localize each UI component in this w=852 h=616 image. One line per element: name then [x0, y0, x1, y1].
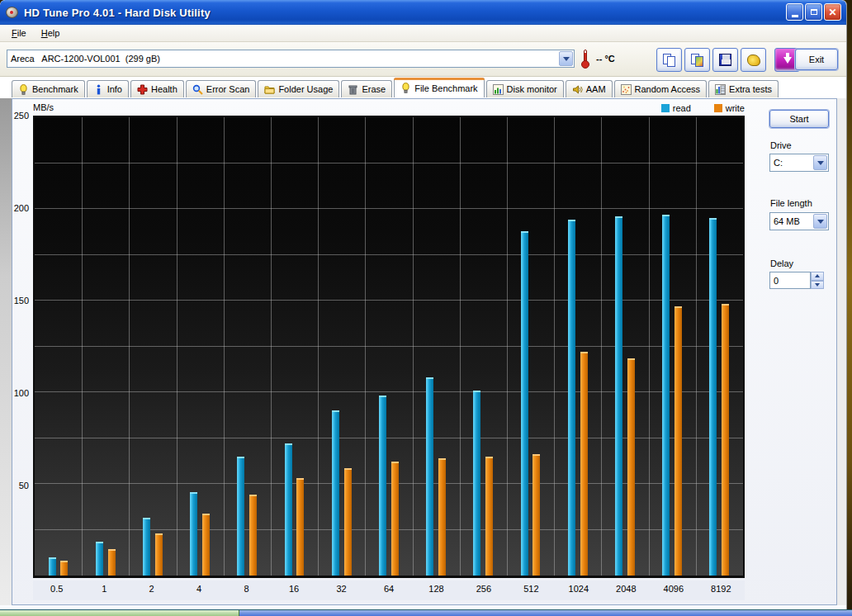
tab-label: Benchmark — [32, 84, 78, 94]
tab-health[interactable]: Health — [130, 80, 184, 97]
tab-erase[interactable]: Erase — [341, 80, 392, 97]
save-icon — [719, 54, 731, 66]
exit-label: Exit — [809, 54, 824, 64]
delay-decrement-button[interactable] — [811, 281, 824, 290]
read-swatch-icon — [661, 104, 670, 112]
file-length-select-value: 64 MB — [770, 216, 813, 226]
gridline-horizontal — [35, 300, 743, 301]
tab-folder-usage[interactable]: Folder Usage — [258, 80, 339, 97]
tab-strip: Benchmark Info Health Error Scan Folder … — [0, 77, 846, 97]
delay-input[interactable] — [769, 272, 811, 289]
chevron-down-icon — [817, 220, 824, 224]
chart-legend: read write — [33, 103, 745, 113]
file-length-select[interactable]: 64 MB — [769, 212, 829, 230]
x-tick-label: 1024 — [569, 584, 589, 594]
tab-extra-tests[interactable]: Extra tests — [708, 80, 779, 97]
x-tick-label: 8 — [244, 584, 249, 594]
drive-select-value: C: — [770, 158, 813, 168]
copy-text-button[interactable] — [656, 48, 682, 72]
bar-read — [473, 391, 480, 576]
bar-write — [249, 495, 257, 576]
delay-increment-button[interactable] — [811, 272, 824, 281]
start-menu-button-edge[interactable] — [0, 610, 239, 616]
x-tick-label: 256 — [476, 584, 491, 594]
gridline-horizontal — [35, 163, 743, 163]
chevron-down-icon — [817, 161, 824, 165]
tab-benchmark[interactable]: Benchmark — [12, 80, 85, 97]
combo-dropdown-button[interactable] — [559, 51, 573, 66]
close-button[interactable]: ✕ — [824, 3, 841, 21]
gridline-vertical — [601, 117, 602, 576]
tab-aam[interactable]: AAM — [566, 80, 613, 97]
bar-write — [296, 478, 304, 576]
legend-read-label: read — [673, 103, 691, 113]
chart-frame — [33, 116, 745, 578]
legend-item-read: read — [661, 103, 691, 113]
plot-area — [35, 117, 743, 576]
legend-write-label: write — [726, 103, 745, 113]
tab-disk-monitor[interactable]: Disk monitor — [486, 80, 564, 97]
save-screenshot-button[interactable] — [712, 48, 738, 72]
hand-icon — [747, 54, 760, 66]
delay-label: Delay — [770, 258, 793, 268]
folder-icon — [264, 84, 275, 95]
file-length-dropdown-button[interactable] — [813, 214, 827, 229]
tab-random-access[interactable]: Random Access — [614, 80, 707, 97]
chevron-down-icon — [815, 283, 820, 287]
gridline-horizontal — [35, 483, 743, 484]
y-axis-labels: 25020015010050 — [12, 116, 31, 578]
left-gutter — [0, 98, 12, 605]
gridline-vertical — [554, 117, 555, 576]
restore-button[interactable] — [805, 3, 822, 21]
taskbar[interactable] — [0, 609, 852, 616]
bar-read — [49, 557, 56, 576]
gridline-vertical — [129, 117, 130, 576]
gridline-horizontal — [35, 391, 743, 392]
gridline-horizontal — [35, 438, 743, 438]
restore-icon — [811, 9, 817, 15]
x-tick-label: 64 — [384, 584, 394, 594]
drive-select-dropdown-button[interactable] — [813, 155, 827, 170]
x-tick-label: 2 — [149, 584, 154, 594]
y-tick-label: 200 — [14, 203, 29, 213]
drive-selector-combobox[interactable]: Areca ARC-1200-VOL001 (299 gB) — [7, 50, 575, 68]
copy-image-button[interactable] — [684, 48, 710, 72]
bar-write — [438, 458, 446, 576]
window-title: HD Tune Pro 4.01 - Hard Disk Utility — [24, 7, 211, 19]
exit-button[interactable]: Exit — [795, 49, 838, 70]
bar-chart-icon — [493, 84, 504, 95]
app-window: HD Tune Pro 4.01 - Hard Disk Utility ✕ F… — [0, 0, 847, 609]
tab-info[interactable]: Info — [87, 80, 129, 97]
temperature-value: -- °C — [596, 54, 615, 64]
info-icon — [93, 84, 104, 95]
bar-write — [627, 358, 635, 576]
menu-help[interactable]: Help — [35, 26, 67, 40]
bar-read — [96, 542, 103, 576]
tab-label: Info — [107, 84, 122, 94]
menu-file[interactable]: File — [5, 26, 33, 40]
tab-label: Error Scan — [206, 84, 250, 94]
title-bar[interactable]: HD Tune Pro 4.01 - Hard Disk Utility ✕ — [0, 0, 846, 25]
drive-select[interactable]: C: — [769, 154, 829, 172]
gridline-vertical — [365, 117, 366, 576]
donate-button[interactable] — [741, 48, 766, 72]
bar-read — [190, 492, 197, 576]
file-benchmark-panel: MB/s read write 25020015010050 0.5124816… — [12, 98, 837, 605]
x-tick-label: 16 — [289, 584, 299, 594]
x-axis-labels: 0.512481632641282565121024204840968192 — [33, 580, 745, 600]
x-tick-label: 4 — [196, 584, 201, 594]
tab-label: Extra tests — [729, 84, 772, 94]
tab-error-scan[interactable]: Error Scan — [186, 80, 257, 97]
bar-write — [344, 468, 352, 576]
bar-read — [709, 218, 717, 576]
thermometer-icon — [581, 49, 589, 69]
gridline-horizontal — [35, 346, 743, 347]
minimize-button[interactable] — [786, 3, 803, 21]
tab-file-benchmark[interactable]: File Benchmark — [394, 78, 484, 97]
trash-icon — [348, 84, 358, 95]
start-button[interactable]: Start — [769, 110, 829, 128]
bar-read — [568, 220, 575, 576]
x-tick-label: 32 — [336, 584, 346, 594]
y-tick-label: 250 — [14, 111, 29, 121]
y-tick-label: 100 — [14, 388, 29, 398]
